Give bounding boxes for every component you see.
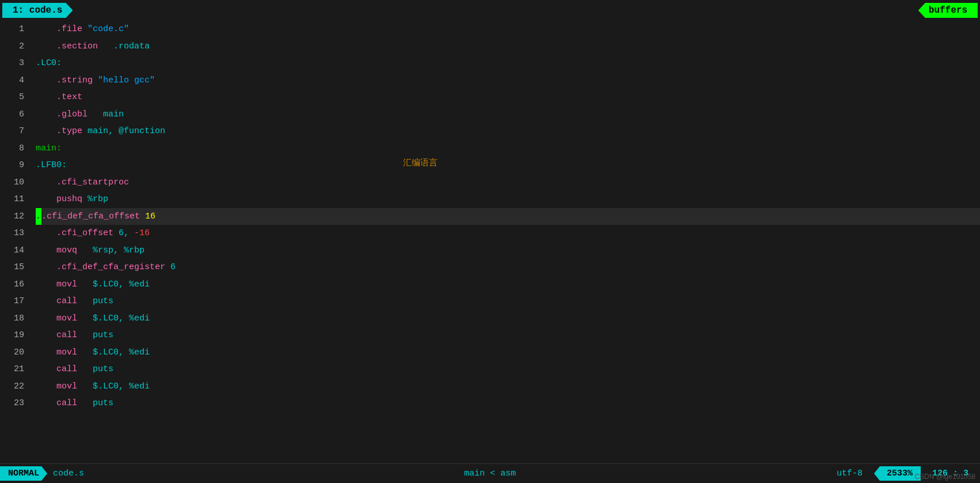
token: puts	[77, 398, 113, 408]
token: main:	[36, 144, 62, 153]
line-number: 23	[0, 395, 30, 412]
line-number: 11	[0, 191, 30, 208]
token: 6,	[119, 228, 134, 238]
token: 16	[145, 212, 155, 221]
token: %rsp, %rbp	[77, 246, 145, 255]
code-line: movl $.LC0, %edi	[36, 344, 980, 361]
watermark: CSDN @lge101058	[914, 473, 975, 481]
code-line: .LC0:	[36, 55, 980, 72]
line-numbers: 1234567891011121314151617181920212223	[0, 21, 30, 463]
token: call	[36, 398, 77, 408]
code-line: movq %rsp, %rbp	[36, 242, 980, 259]
line-number: 2	[0, 38, 30, 55]
token: .file	[36, 24, 88, 34]
code-line: movl $.LC0, %edi	[36, 310, 980, 327]
token: .cfi_def_cfa_offset	[41, 212, 145, 221]
token: .type	[36, 126, 88, 136]
buffers-button[interactable]: buffers	[918, 3, 978, 18]
cursor: .	[36, 208, 41, 225]
token: .LFB0:	[36, 160, 67, 170]
code-line: .cfi_offset 6, -16	[36, 225, 980, 242]
token: main, @function	[88, 126, 165, 136]
status-center: main < asm	[464, 469, 516, 478]
token: "code.c"	[88, 24, 129, 34]
token: .text	[36, 92, 82, 102]
token: call	[36, 296, 77, 306]
line-number: 5	[0, 89, 30, 106]
token: movl	[36, 314, 77, 323]
status-percent: 2533%	[874, 466, 921, 481]
app: 1: code.s buffers 1234567891011121314151…	[0, 0, 980, 483]
token: pushq	[36, 194, 88, 204]
line-number: 9	[0, 157, 30, 174]
token: $.LC0, %edi	[77, 382, 150, 391]
line-number: 15	[0, 259, 30, 276]
code-line: ..cfi_def_cfa_offset 16	[36, 208, 980, 225]
line-number: 3	[0, 55, 30, 72]
token: main	[88, 110, 124, 119]
code-line: movl $.LC0, %edi	[36, 276, 980, 293]
token: movl	[36, 382, 77, 391]
line-number: 1	[0, 21, 30, 38]
token: .LC0:	[36, 58, 62, 68]
token: .cfi_offset	[36, 228, 119, 238]
code-line: .cfi_startproc	[36, 174, 980, 191]
code-line: call puts	[36, 395, 980, 412]
token: movl	[36, 280, 77, 289]
token: call	[36, 364, 77, 374]
line-number: 7	[0, 123, 30, 140]
token: .string	[36, 76, 98, 85]
token: .section	[36, 41, 98, 51]
token: .globl	[36, 110, 88, 119]
status-filename: code.s	[53, 469, 84, 478]
tab-bar: 1: code.s buffers	[0, 0, 980, 21]
token: "hello gcc"	[98, 76, 155, 85]
line-number: 13	[0, 225, 30, 242]
token: -16	[134, 228, 150, 238]
line-number: 19	[0, 327, 30, 344]
editor: 1234567891011121314151617181920212223 .f…	[0, 21, 980, 463]
line-number: 16	[0, 276, 30, 293]
code-line: call puts	[36, 293, 980, 310]
token: 6	[170, 262, 176, 272]
line-number: 17	[0, 293, 30, 310]
code-line: .globl main	[36, 106, 980, 123]
code-line: .text	[36, 89, 980, 106]
mode-badge: NORMAL	[0, 466, 47, 481]
code-line: call puts	[36, 327, 980, 344]
code-line: call puts	[36, 361, 980, 378]
code-line: main:	[36, 140, 980, 157]
code-line: .type main, @function	[36, 123, 980, 140]
line-number: 10	[0, 174, 30, 191]
token: $.LC0, %edi	[77, 280, 150, 289]
code-line: pushq %rbp	[36, 191, 980, 208]
token: call	[36, 330, 77, 340]
token: $.LC0, %edi	[77, 314, 150, 323]
code-line: .file "code.c"	[36, 21, 980, 38]
code-line: movl $.LC0, %edi	[36, 378, 980, 395]
line-number: 20	[0, 344, 30, 361]
token: $.LC0, %edi	[77, 348, 150, 357]
line-number: 14	[0, 242, 30, 259]
code-line: .section .rodata	[36, 38, 980, 55]
line-number: 12	[0, 208, 30, 225]
token: %rbp	[88, 194, 108, 204]
token: puts	[77, 330, 113, 340]
token: puts	[77, 296, 113, 306]
status-bar: NORMAL code.s main < asm utf-8 2533% 126…	[0, 463, 980, 483]
active-tab[interactable]: 1: code.s	[2, 3, 73, 18]
status-encoding: utf-8	[825, 469, 874, 478]
token: .rodata	[98, 41, 150, 51]
line-number: 8	[0, 140, 30, 157]
token: .cfi_startproc	[36, 178, 129, 187]
line-number: 22	[0, 378, 30, 395]
code-container: 1234567891011121314151617181920212223 .f…	[0, 21, 980, 463]
code-line: .string "hello gcc"	[36, 72, 980, 89]
code-content[interactable]: .file "code.c" .section .rodata.LC0: .st…	[30, 21, 980, 463]
code-line: .LFB0:	[36, 157, 980, 174]
token: .cfi_def_cfa_register	[36, 262, 170, 272]
token: movl	[36, 348, 77, 357]
code-line: .cfi_def_cfa_register 6	[36, 259, 980, 276]
line-number: 4	[0, 72, 30, 89]
token: movq	[36, 246, 77, 255]
